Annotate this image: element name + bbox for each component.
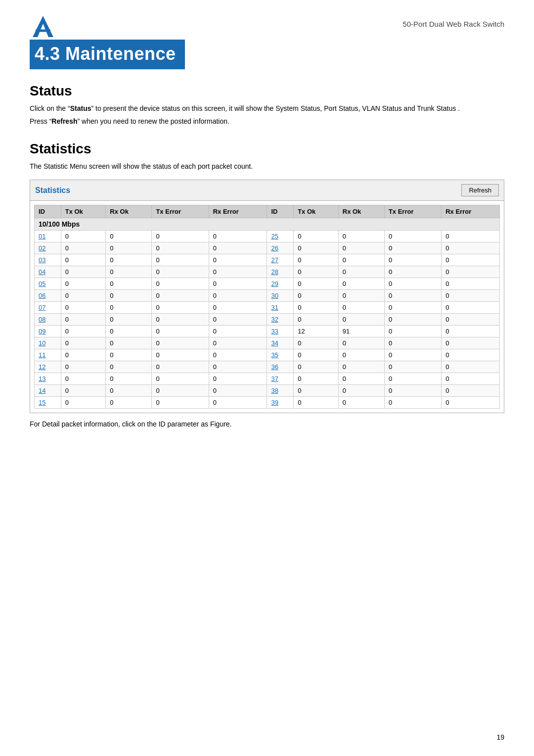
table-cell: 0 <box>442 231 500 242</box>
table-cell: 0 <box>442 326 500 337</box>
table-cell: 0 <box>152 337 209 349</box>
table-cell: 0 <box>61 266 106 278</box>
table-cell: 0 <box>106 254 152 266</box>
table-cell: 0 <box>294 278 339 290</box>
port-id-link[interactable]: 13 <box>35 373 61 385</box>
port-id-link[interactable]: 28 <box>267 266 294 278</box>
port-id-link[interactable]: 09 <box>35 326 61 337</box>
footer-note: For Detail packet information, click on … <box>30 420 504 428</box>
statistics-box-title: Statistics <box>35 186 70 195</box>
table-cell: 0 <box>384 385 441 397</box>
table-cell: 0 <box>442 290 500 302</box>
product-name: 50-Port Dual Web Rack Switch <box>402 20 504 28</box>
table-cell: 0 <box>209 266 267 278</box>
port-id-link[interactable]: 01 <box>35 231 61 242</box>
statistics-section: Statistics The Statistic Menu screen wil… <box>30 141 504 428</box>
port-id-link[interactable]: 14 <box>35 385 61 397</box>
table-cell: 0 <box>384 337 441 349</box>
table-cell: 0 <box>106 337 152 349</box>
section-header-row: 10/100 Mbps <box>35 218 500 231</box>
table-cell: 0 <box>61 337 106 349</box>
col-txok-left: Tx Ok <box>61 205 106 218</box>
table-cell: 0 <box>442 314 500 326</box>
table-cell: 0 <box>61 314 106 326</box>
port-id-link[interactable]: 36 <box>267 361 294 373</box>
table-cell: 0 <box>294 242 339 254</box>
port-id-link[interactable]: 07 <box>35 302 61 314</box>
table-row: 030000270000 <box>35 254 500 266</box>
statistics-table: ID Tx Ok Rx Ok Tx Error Rx Error ID Tx O… <box>34 205 500 409</box>
table-row: 070000310000 <box>35 302 500 314</box>
table-row: 130000370000 <box>35 373 500 385</box>
port-id-link[interactable]: 02 <box>35 242 61 254</box>
port-id-link[interactable]: 37 <box>267 373 294 385</box>
port-id-link[interactable]: 34 <box>267 337 294 349</box>
port-id-link[interactable]: 11 <box>35 349 61 361</box>
table-row: 060000300000 <box>35 290 500 302</box>
table-cell: 0 <box>61 385 106 397</box>
port-id-link[interactable]: 03 <box>35 254 61 266</box>
port-id-link[interactable]: 08 <box>35 314 61 326</box>
table-cell: 0 <box>209 326 267 337</box>
col-id-right: ID <box>267 205 294 218</box>
port-id-link[interactable]: 29 <box>267 278 294 290</box>
table-cell: 0 <box>442 349 500 361</box>
table-cell: 0 <box>384 397 441 409</box>
table-cell: 0 <box>384 242 441 254</box>
table-cell: 0 <box>61 397 106 409</box>
table-cell: 0 <box>152 385 209 397</box>
port-id-link[interactable]: 31 <box>267 302 294 314</box>
port-id-link[interactable]: 32 <box>267 314 294 326</box>
port-id-link[interactable]: 06 <box>35 290 61 302</box>
status-description-1: Click on the “Status” to present the dev… <box>30 103 504 114</box>
port-id-link[interactable]: 12 <box>35 361 61 373</box>
table-cell: 0 <box>106 231 152 242</box>
refresh-button[interactable]: Refresh <box>461 184 499 196</box>
port-id-link[interactable]: 39 <box>267 397 294 409</box>
table-cell: 0 <box>294 254 339 266</box>
table-cell: 0 <box>442 397 500 409</box>
table-cell: 0 <box>106 385 152 397</box>
col-txerr-right: Tx Error <box>384 205 441 218</box>
table-cell: 0 <box>152 231 209 242</box>
statistics-title: Statistics <box>30 141 504 157</box>
table-cell: 0 <box>106 314 152 326</box>
port-id-link[interactable]: 33 <box>267 326 294 337</box>
table-cell: 0 <box>61 326 106 337</box>
port-id-link[interactable]: 38 <box>267 385 294 397</box>
table-cell: 0 <box>442 337 500 349</box>
port-id-link[interactable]: 05 <box>35 278 61 290</box>
port-id-link[interactable]: 30 <box>267 290 294 302</box>
port-id-link[interactable]: 27 <box>267 254 294 266</box>
statistics-box-header: Statistics Refresh <box>30 180 504 201</box>
table-cell: 0 <box>294 302 339 314</box>
table-cell: 0 <box>294 397 339 409</box>
col-rxok-left: Rx Ok <box>106 205 152 218</box>
table-cell: 0 <box>294 266 339 278</box>
table-cell: 0 <box>209 302 267 314</box>
table-cell: 0 <box>209 254 267 266</box>
port-id-link[interactable]: 25 <box>267 231 294 242</box>
table-row: 040000280000 <box>35 266 500 278</box>
table-row: 010000250000 <box>35 231 500 242</box>
table-cell: 0 <box>209 278 267 290</box>
table-cell: 0 <box>442 266 500 278</box>
table-row: 140000380000 <box>35 385 500 397</box>
table-cell: 0 <box>338 254 384 266</box>
table-cell: 0 <box>106 373 152 385</box>
table-cell: 0 <box>384 266 441 278</box>
table-cell: 0 <box>294 314 339 326</box>
table-cell: 0 <box>384 290 441 302</box>
port-id-link[interactable]: 26 <box>267 242 294 254</box>
col-txerr-left: Tx Error <box>152 205 209 218</box>
table-cell: 0 <box>106 266 152 278</box>
port-id-link[interactable]: 35 <box>267 349 294 361</box>
port-id-link[interactable]: 15 <box>35 397 61 409</box>
port-id-link[interactable]: 04 <box>35 266 61 278</box>
table-cell: 0 <box>294 361 339 373</box>
table-cell: 0 <box>384 254 441 266</box>
table-cell: 0 <box>384 373 441 385</box>
col-rxerr-right: Rx Error <box>442 205 500 218</box>
port-id-link[interactable]: 10 <box>35 337 61 349</box>
table-cell: 0 <box>384 231 441 242</box>
